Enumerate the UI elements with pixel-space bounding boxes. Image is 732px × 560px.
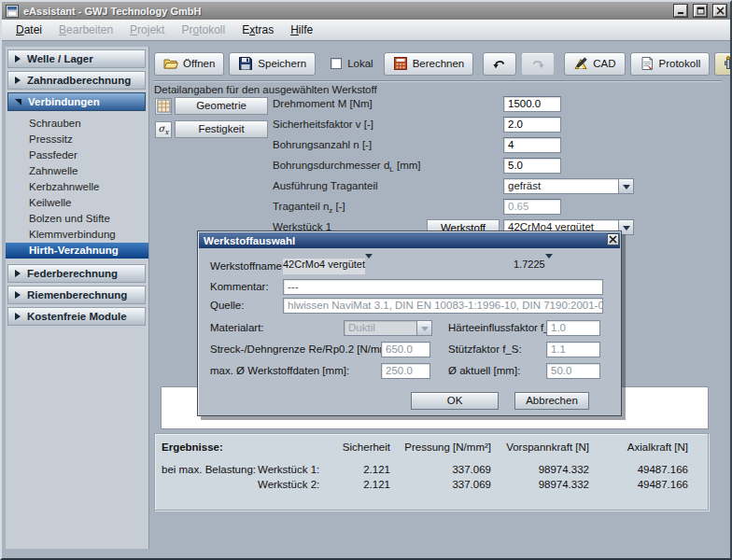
menu-hilfe[interactable]: Hilfe (282, 21, 321, 39)
toolbar: Öffnen Speichern Lokal Berechnen CAD (154, 51, 723, 76)
max-diameter-label: max. Ø Werkstoffdaten [mm]: (210, 365, 349, 376)
local-checkbox[interactable] (331, 58, 342, 69)
maximize-button[interactable] (694, 5, 707, 17)
menu-protokoll: Protokoll (173, 21, 233, 39)
window-titlebar: eAssistant - GWJ Technology GmbH (2, 2, 730, 20)
sidebar-section-riemenberechnung[interactable]: Riemenberechnung (7, 286, 146, 304)
bearing-ratio-input: 0.65 (503, 199, 561, 215)
sidebar-section-federberechnung[interactable]: Federberechnung (7, 264, 146, 283)
torque-input[interactable]: 1500.0 (503, 96, 561, 112)
material-name-select[interactable]: 42CrMo4 vergütet (283, 259, 500, 274)
dialog-title: Werkstoffauswahl (204, 235, 295, 246)
sidebar-item-schrauben[interactable]: Schrauben (6, 116, 148, 132)
actual-diameter-label: Ø aktuell [mm]: (448, 365, 520, 376)
support-factor-input: 1.1 (546, 342, 600, 357)
sidebar-item-bolzen-und-stifte[interactable]: Bolzen und Stifte (6, 211, 148, 227)
sidebar-section-kostenfreie-module[interactable]: Kostenfreie Module (7, 307, 146, 326)
chevron-right-icon (15, 55, 21, 63)
calculate-button[interactable]: Berechnen (384, 52, 474, 76)
design-select[interactable]: gefräst (503, 178, 634, 194)
chevron-right-icon (15, 77, 21, 84)
undo-icon (492, 56, 507, 71)
row-name: Werkstück 1: (258, 462, 323, 477)
folder-open-icon (163, 56, 178, 71)
protocol-button[interactable]: Protokoll (630, 52, 711, 76)
dialog-close-button[interactable] (607, 233, 619, 245)
menu-extras[interactable]: Extras (233, 21, 282, 39)
safety-factor-label: Sicherheitsfaktor v [-] (273, 119, 373, 130)
material-type-label: Materialart: (210, 322, 264, 333)
sidebar-item-hirth-verzahnung[interactable]: Hirth-Verzahnung (6, 243, 148, 259)
sidebar-item-klemmverbindung[interactable]: Klemmverbindung (6, 227, 148, 243)
minimize-button[interactable] (674, 5, 687, 17)
sidebar-item-keilwelle[interactable]: Keilwelle (6, 195, 148, 211)
comment-input[interactable]: --- (283, 279, 603, 295)
menu-projekt: Projekt (121, 21, 173, 39)
calculator-icon (393, 56, 408, 71)
comment-label: Kommentar: (210, 281, 269, 292)
source-input: hlwissen NaviMat 3.1, DIN EN 10083-1:199… (283, 298, 603, 314)
cancel-button[interactable]: Abbrechen (514, 392, 589, 410)
source-label: Quelle: (210, 300, 244, 311)
menu-bar: Datei Bearbeiten Projekt Protokoll Extra… (2, 20, 730, 41)
sidebar-item-zahnwelle[interactable]: Zahnwelle (6, 163, 148, 179)
open-button[interactable]: Öffnen (154, 52, 224, 76)
row-label: bei max. Belastung: (162, 462, 258, 477)
chevron-down-icon (416, 320, 432, 336)
sidebar-section-verbindungen[interactable]: Verbindungen (7, 92, 146, 111)
hole-count-label: Bohrungsanzahl n [-] (273, 139, 372, 150)
sidebar: Welle / Lager Zahnradberechnung Verbindu… (6, 47, 149, 549)
hardness-factor-input: 1.0 (546, 320, 600, 336)
menu-bearbeiten: Bearbeiten (50, 21, 121, 39)
close-button[interactable] (713, 5, 726, 17)
menu-datei[interactable]: Datei (7, 21, 50, 39)
chevron-down-icon[interactable] (365, 259, 373, 274)
chevron-right-icon (15, 313, 21, 320)
chevron-right-icon (15, 291, 21, 299)
material-type-select: Duktil (344, 320, 432, 336)
settings-button[interactable]: Einstellungen (714, 52, 732, 76)
close-icon (716, 7, 725, 15)
input-form: Drehmoment M [Nm] 1500.0 Sicherheitsfakt… (154, 92, 677, 242)
hardness-factor-label: Härteeinflussfaktor f_H: (448, 322, 560, 333)
sidebar-item-presssitz[interactable]: Presssitz (6, 132, 148, 147)
document-icon (640, 56, 655, 71)
col-pressung: Pressung [N/mm²] (390, 440, 491, 455)
undo-button[interactable] (483, 52, 516, 76)
minimize-icon (677, 7, 685, 15)
hole-count-input[interactable]: 4 (503, 137, 561, 153)
window-title: eAssistant - GWJ Technology GmbH (23, 6, 668, 17)
hole-diameter-label: Bohrungsdurchmesser dL [mm] (273, 160, 421, 174)
yield-strength-input: 650.0 (381, 342, 430, 357)
chevron-down-icon[interactable] (618, 178, 634, 194)
maximize-icon (697, 7, 705, 15)
results-header-row: Ergebnisse: Sicherheit Pressung [N/mm²] … (155, 440, 708, 455)
werkstoffauswahl-dialog: Werkstoffauswahl Werkstoffname: 42CrMo4 … (197, 231, 622, 416)
sidebar-item-kerbzahnwelle[interactable]: Kerbzahnwelle (6, 179, 148, 195)
material-name-label: Werkstoffname: (210, 260, 285, 272)
results-row-werkstueck1: bei max. Belastung: Werkstück 1: 2.121 3… (155, 462, 708, 477)
ok-button[interactable]: OK (411, 392, 499, 410)
cad-button[interactable]: CAD (564, 52, 625, 76)
sidebar-section-welle-lager[interactable]: Welle / Lager (7, 49, 146, 68)
sidebar-item-passfeder[interactable]: Passfeder (6, 147, 148, 163)
tool-clamp-icon (724, 56, 732, 71)
results-title: Ergebnisse: (162, 440, 258, 455)
torque-label: Drehmoment M [Nm] (273, 98, 373, 109)
design-label: Ausführung Traganteil (273, 180, 378, 191)
actual-diameter-input: 50.0 (546, 363, 600, 379)
save-button[interactable]: Speichern (229, 52, 316, 76)
hole-diameter-input[interactable]: 5.0 (503, 158, 561, 174)
chevron-right-icon (15, 270, 21, 277)
sidebar-section-zahnradberechnung[interactable]: Zahnradberechnung (7, 71, 146, 90)
redo-button (521, 52, 555, 76)
material-number-select[interactable]: 1.7225 (514, 259, 603, 274)
app-window: eAssistant - GWJ Technology GmbH Datei B… (0, 0, 732, 560)
safety-factor-input[interactable]: 2.0 (503, 117, 561, 133)
support-factor-label: Stützfaktor f_S: (448, 343, 522, 355)
app-icon (6, 5, 19, 18)
bearing-ratio-label: Traganteil nz [-] (273, 201, 345, 215)
chevron-down-icon (15, 99, 21, 105)
dialog-titlebar[interactable]: Werkstoffauswahl (199, 232, 620, 248)
chevron-down-icon[interactable] (545, 259, 553, 274)
